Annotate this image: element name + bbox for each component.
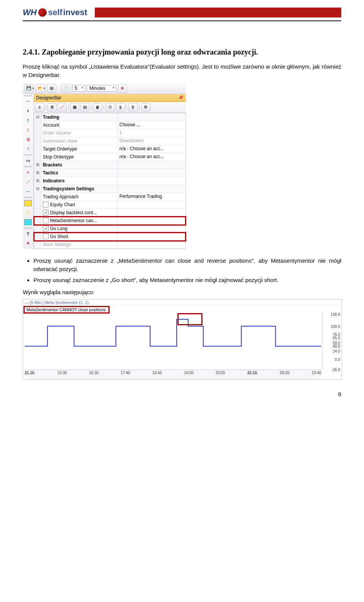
y-tick: 100.0 (331, 324, 340, 328)
tool-delete-icon[interactable]: ✕ (24, 239, 33, 248)
chart-annotation-badge: MetaSentimentor CANNOT close positions. (24, 307, 109, 313)
prop-go-short[interactable]: Go Short (34, 233, 185, 241)
property-grid: ⊟ Trading Account Choose ... Order Volum… (34, 113, 186, 249)
category-tactics[interactable]: ⊞ Tactics (34, 169, 185, 177)
prop-more-settings[interactable]: More Settings (34, 241, 185, 249)
page-number: 6 (23, 391, 341, 397)
tool-palette: 〰 🕯 ↥ ▯ ▥ ⠿ log ≡ ／ — ◯ T ✕ (23, 94, 34, 249)
main-toolbar: 💾▾ 📂▾ ▤ 🕒 5 Minutes ⊕ (23, 83, 186, 94)
y-tick: 24.0 (333, 349, 340, 353)
prop-target-ordertype[interactable]: Target Ordertype n/a - Choose an acc... (34, 145, 185, 153)
db-lines-icon[interactable]: ≣ (47, 103, 56, 111)
prop-equity-chart[interactable]: Equity Chart (34, 201, 185, 209)
swatch-circle-yellow[interactable]: ◯ (24, 209, 33, 217)
checkbox-checked-icon[interactable]: ✓ (43, 210, 49, 215)
db-report-icon[interactable]: ▤ (80, 103, 89, 111)
bullet-1: Proszę usunąć zaznaczenie z „MetaSentime… (33, 257, 341, 274)
tool-horiz-icon[interactable]: — (24, 187, 33, 196)
y-tick: 40.0 (333, 344, 340, 348)
prop-metasentimentor-can[interactable]: MetaSentimentor can... (34, 217, 185, 225)
tool-bar-up-icon[interactable]: ↥ (24, 116, 33, 125)
designerbar-title: DesignerBar (36, 95, 61, 100)
prop-display-backtest[interactable]: ✓Display backtest cont... (34, 209, 185, 217)
x-tick: 21.10. (25, 371, 35, 378)
y-tick: 0.0 (335, 357, 340, 361)
x-tick: 17:40 (121, 371, 130, 378)
x-tick: 20:55 (216, 371, 225, 378)
db-sliders-icon[interactable]: 🎚 (129, 103, 138, 111)
header-divider (23, 20, 341, 21)
prop-automation-state: Automation state Deactivated (34, 137, 185, 145)
timeframe-value-input[interactable]: 5 (72, 85, 85, 92)
y-tick: 65.0 (333, 336, 340, 340)
x-tick: 10:40 (312, 371, 321, 378)
category-trading[interactable]: ⊟ Trading (34, 113, 185, 121)
db-gear-icon[interactable]: ⚙ (141, 103, 150, 111)
designerbar-screenshot: 💾▾ 📂▾ ▤ 🕒 5 Minutes ⊕ 〰 🕯 ↥ ▯ ▥ ⠿ log (23, 83, 186, 249)
prop-go-long[interactable]: ✓Go Long (34, 225, 185, 233)
tool-log-icon[interactable]: log (24, 157, 33, 165)
prop-stop-ordertype[interactable]: Stop Ordertype n/a - Choose an acc... (34, 153, 185, 161)
tool-line-chart-icon[interactable]: 〰 (24, 97, 33, 106)
chart-candles-icon[interactable]: ▤ (47, 84, 56, 92)
db-dollar-icon[interactable]: $ (116, 103, 125, 111)
pin-icon[interactable]: 📌 (178, 95, 184, 100)
y-tick: -36.8 (331, 367, 340, 372)
chart-x-axis: 21.10. 15:30 16:35 17:40 18:45 19:50 20:… (25, 370, 321, 379)
tool-ohlc-icon[interactable]: ▯ (24, 126, 33, 134)
x-tick: 22.10. (247, 371, 258, 378)
sentimentor-chart: — [5 Min.] Meta Sentimentor (1, 1) MetaS… (23, 299, 342, 379)
result-label: Wynik wygląda następująco: (23, 289, 341, 295)
x-tick: 16:35 (89, 371, 99, 378)
checkbox-unchecked-icon[interactable] (43, 202, 49, 207)
category-tradingsystem-settings[interactable]: ⊟ Tradingsystem Settings (34, 185, 185, 193)
paragraph-1: Proszę kliknąć na symbol „Ustawienia Eva… (23, 63, 341, 79)
checkbox-checked-icon[interactable]: ✓ (43, 226, 49, 231)
chart-series-line (25, 319, 321, 346)
header-bar (95, 8, 341, 17)
tool-candle-icon[interactable]: 🕯 (24, 107, 33, 115)
chart-y-axis: 136.8 100.0 76.0 65.0 50.0 40.0 24.0 0.0… (322, 313, 342, 371)
tool-fib-icon[interactable]: ≡ (24, 168, 33, 177)
timeframe-unit-select[interactable]: Minutes (87, 85, 116, 92)
x-tick: 18:45 (152, 371, 162, 378)
prop-trading-approach[interactable]: Trading Approach Performance Trading (34, 193, 185, 201)
bullet-2: Proszę usunąć zaznaczenie z „Go short", … (33, 276, 341, 285)
designerbar-toolbar: 🕯 | ≣ 📈 | ▦ ▤ | 🖩 | ⏱ $ | 🎚 | ⚙ (34, 102, 186, 113)
db-grid-icon[interactable]: ▦ (70, 103, 79, 111)
zoom-chart-icon[interactable]: ⊕ (118, 84, 127, 92)
prop-account[interactable]: Account Choose ... (34, 121, 185, 129)
category-indicators[interactable]: ⊞ Indicators (34, 177, 185, 185)
x-tick: 09:20 (280, 371, 289, 378)
checkbox-unchecked-icon[interactable] (43, 218, 49, 223)
db-candle-icon[interactable]: 🕯 (35, 103, 44, 111)
designerbar-title-bar: DesignerBar 📌 (34, 94, 186, 102)
logo-wh-text: WH (23, 8, 37, 17)
tool-histogram-icon[interactable]: ▥ (24, 135, 33, 144)
y-tick: 136.8 (331, 312, 340, 317)
x-tick: 15:30 (57, 371, 67, 378)
logo-globe-icon (38, 8, 47, 17)
category-brackets[interactable]: ⊞ Brackets (34, 161, 185, 169)
chart-title: — [5 Min.] Meta Sentimentor (1, 1) (23, 299, 342, 306)
bullet-list: Proszę usunąć zaznaczenie z „MetaSentime… (33, 257, 341, 285)
page-header: WH self invest (23, 8, 341, 17)
tool-dots-icon[interactable]: ⠿ (24, 145, 33, 153)
section-title: 2.4.1. Zapobieganie przyjmowania pozycji… (23, 48, 341, 56)
checkbox-unchecked-icon[interactable] (43, 234, 49, 239)
db-calc-icon[interactable]: 🖩 (93, 103, 102, 111)
logo-invest-text: invest (63, 8, 88, 17)
logo-self-text: self (48, 8, 63, 17)
swatch-yellow[interactable] (24, 199, 33, 207)
x-tick: 19:50 (184, 371, 193, 378)
clock-icon[interactable]: 🕒 (61, 84, 71, 92)
prop-order-volume: Order Volume 1 (34, 129, 185, 137)
tool-text-icon[interactable]: T (24, 230, 33, 238)
swatch-cyan[interactable] (24, 218, 33, 226)
db-clock-icon[interactable]: ⏱ (106, 103, 115, 111)
db-chart-icon[interactable]: 📈 (58, 103, 67, 111)
tool-trend-icon[interactable]: ／ (24, 178, 33, 186)
logo: WH self invest (23, 8, 87, 17)
chart-highlight-box (177, 313, 202, 325)
